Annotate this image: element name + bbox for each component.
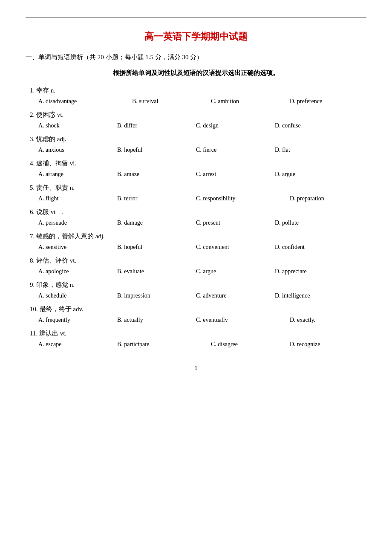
option: D. exactly. <box>290 317 369 324</box>
option: A. persuade <box>38 220 117 226</box>
option: B. differ <box>117 122 196 129</box>
options-row: A. disadvantageB. survivalC. ambitionD. … <box>26 98 366 105</box>
question-stem: 1. 幸存 n. <box>26 87 366 95</box>
option: C. convenient <box>196 244 275 251</box>
question-block: 11. 辨认出 vt.A. escapeB. participateC. dis… <box>26 330 366 348</box>
question-block: 10. 最终，终于 adv.A. frequentlyB. actuallyC.… <box>26 305 366 324</box>
question-block: 9. 印象，感觉 n.A. scheduleB. impressionC. ad… <box>26 281 366 299</box>
option: D. argue <box>275 171 354 178</box>
option: A. sensitive <box>38 244 117 251</box>
question-stem: 10. 最终，终于 adv. <box>26 305 366 313</box>
option: B. actually <box>117 317 196 324</box>
question-block: 6. 说服 vt .A. persuadeB. damageC. present… <box>26 208 366 226</box>
option: D. recognize <box>290 341 369 348</box>
top-divider <box>26 17 366 17</box>
option: D. preparation <box>290 195 383 202</box>
option: B. participate <box>117 341 211 348</box>
option: C. argue <box>196 268 275 275</box>
options-row: A. scheduleB. impressionC. adventureD. i… <box>26 292 366 299</box>
option: D. confident <box>275 244 354 251</box>
option: D. appreciate <box>275 268 354 275</box>
question-stem: 9. 印象，感觉 n. <box>26 281 366 289</box>
option: A. frequently <box>38 317 117 324</box>
instruction-text: 根据所给单词及词性以及短语的汉语提示选出正确的选项。 <box>26 69 366 77</box>
option: A. escape <box>38 341 117 348</box>
option: C. disagree <box>211 341 290 348</box>
question-block: 2. 使困惑 vt.A. shockB. differC. designD. c… <box>26 111 366 129</box>
question-block: 7. 敏感的，善解人意的 adj.A. sensitiveB. hopefulC… <box>26 232 366 251</box>
option: D. pollute <box>275 220 354 226</box>
option: C. present <box>196 220 275 226</box>
question-stem: 3. 忧虑的 adj. <box>26 135 366 143</box>
option: A. shock <box>38 122 117 129</box>
question-block: 3. 忧虑的 adj.A. anxiousB. hopefulC. fierce… <box>26 135 366 153</box>
question-block: 1. 幸存 n.A. disadvantageB. survivalC. amb… <box>26 87 366 105</box>
question-stem: 5. 责任、职责 n. <box>26 184 366 192</box>
option: A. schedule <box>38 292 117 299</box>
option: D. preference <box>290 98 369 105</box>
question-stem: 11. 辨认出 vt. <box>26 330 366 338</box>
option: A. anxious <box>38 147 117 153</box>
option: C. design <box>196 122 275 129</box>
option: C. eventually <box>196 317 290 324</box>
options-row: A. anxiousB. hopefulC. fierceD. flat <box>26 147 366 153</box>
page-number: 1 <box>26 365 366 372</box>
question-stem: 7. 敏感的，善解人意的 adj. <box>26 232 366 240</box>
option: D. intelligence <box>275 292 369 299</box>
option: D. confuse <box>275 122 354 129</box>
option: C. ambition <box>211 98 290 105</box>
options-row: A. escapeB. participateC. disagreeD. rec… <box>26 341 366 348</box>
option: A. arrange <box>38 171 117 178</box>
question-stem: 2. 使困惑 vt. <box>26 111 366 119</box>
option: A. apologize <box>38 268 117 275</box>
page-title: 高一英语下学期期中试题 <box>26 30 366 43</box>
option: C. arrest <box>196 171 275 178</box>
option: B. hopeful <box>117 244 196 251</box>
option: D. flat <box>275 147 354 153</box>
options-row: A. sensitiveB. hopefulC. convenientD. co… <box>26 244 366 251</box>
options-row: A. persuadeB. damageC. presentD. pollute <box>26 220 366 226</box>
section-header: 一、单词与短语辨析（共 20 小题；每小题 1.5 分，满分 30 分） <box>26 53 366 61</box>
option: B. survival <box>132 98 211 105</box>
options-row: A. flightB. terrorC. responsibilityD. pr… <box>26 195 366 202</box>
question-stem: 6. 说服 vt . <box>26 208 366 216</box>
options-row: A. arrangeB. amazeC. arrestD. argue <box>26 171 366 178</box>
option: B. terror <box>117 195 196 202</box>
question-block: 5. 责任、职责 n.A. flightB. terrorC. responsi… <box>26 184 366 202</box>
option: C. fierce <box>196 147 275 153</box>
option: B. damage <box>117 220 196 226</box>
option: B. evaluate <box>117 268 196 275</box>
questions-container: 1. 幸存 n.A. disadvantageB. survivalC. amb… <box>26 87 366 348</box>
question-block: 8. 评估、评价 vt.A. apologizeB. evaluateC. ar… <box>26 257 366 275</box>
option: A. flight <box>38 195 117 202</box>
question-block: 4. 逮捕、拘留 vi.A. arrangeB. amazeC. arrestD… <box>26 159 366 178</box>
option: C. responsibility <box>196 195 290 202</box>
options-row: A. frequentlyB. actuallyC. eventuallyD. … <box>26 317 366 324</box>
question-stem: 4. 逮捕、拘留 vi. <box>26 159 366 168</box>
option: B. impression <box>117 292 196 299</box>
option: B. amaze <box>117 171 196 178</box>
options-row: A. shockB. differC. designD. confuse <box>26 122 366 129</box>
options-row: A. apologizeB. evaluateC. argueD. apprec… <box>26 268 366 275</box>
option: A. disadvantage <box>38 98 132 105</box>
option: C. adventure <box>196 292 275 299</box>
option: B. hopeful <box>117 147 196 153</box>
question-stem: 8. 评估、评价 vt. <box>26 257 366 265</box>
